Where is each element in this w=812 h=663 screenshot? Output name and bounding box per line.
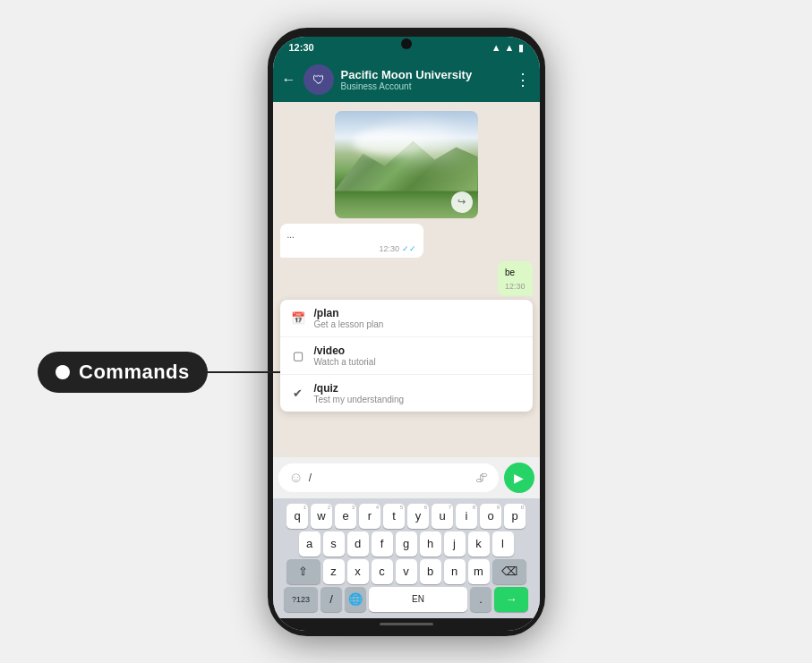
battery-icon: ▮ bbox=[518, 42, 524, 54]
key-s[interactable]: s bbox=[323, 531, 345, 557]
chat-header: ← 🛡 Pacific Moon University Business Acc… bbox=[273, 57, 540, 102]
key-h[interactable]: h bbox=[420, 531, 441, 557]
key-g[interactable]: g bbox=[396, 531, 417, 557]
video-icon: ▢ bbox=[289, 346, 307, 364]
avatar-icon: 🛡 bbox=[312, 72, 325, 87]
annotation-dot bbox=[56, 365, 70, 379]
status-time: 12:30 bbox=[289, 42, 314, 53]
video-text: /video Watch a tutorial bbox=[314, 344, 376, 367]
plan-desc: Get a lesson plan bbox=[314, 319, 384, 329]
key-o[interactable]: 9o bbox=[480, 504, 501, 529]
key-j[interactable]: j bbox=[444, 531, 466, 557]
key-t[interactable]: 5t bbox=[383, 504, 405, 529]
commands-label-text: Commands bbox=[79, 361, 190, 384]
keyboard: 1q 2w 3e 4r 5t 6y 7u 8i 9o 0p a s d f bbox=[273, 498, 540, 618]
status-icons: ▲ ▲ ▮ bbox=[491, 42, 524, 54]
key-m[interactable]: m bbox=[468, 559, 490, 584]
key-b[interactable]: b bbox=[420, 559, 441, 584]
quiz-text: /quiz Test my understanding bbox=[314, 382, 405, 404]
msg-time-received: 12:30 ✓✓ bbox=[287, 243, 416, 255]
back-button[interactable]: ← bbox=[282, 72, 296, 88]
key-w[interactable]: 2w bbox=[311, 504, 332, 529]
enter-key[interactable]: → bbox=[494, 587, 528, 612]
send-button[interactable]: ▶ bbox=[504, 463, 534, 493]
key-p[interactable]: 0p bbox=[504, 504, 526, 529]
command-video[interactable]: ▢ /video Watch a tutorial bbox=[280, 337, 533, 375]
image-message: ↪ bbox=[335, 111, 478, 218]
message-input-field[interactable]: ☺ / 🖇 bbox=[278, 463, 499, 492]
key-n[interactable]: n bbox=[444, 559, 466, 584]
commands-annotation: Commands bbox=[38, 352, 208, 393]
key-c[interactable]: c bbox=[372, 559, 393, 584]
sent-message: be 12:30 bbox=[498, 261, 533, 296]
chat-area: ↪ ... 12:30 ✓✓ be 12:30 📅 bbox=[273, 102, 540, 457]
received-message: ... 12:30 ✓✓ bbox=[280, 224, 423, 259]
key-e[interactable]: 3e bbox=[335, 504, 356, 529]
phone-notch bbox=[401, 38, 412, 49]
plan-text: /plan Get a lesson plan bbox=[314, 307, 384, 329]
home-indicator bbox=[380, 623, 433, 625]
chat-name: Pacific Moon University bbox=[341, 68, 508, 81]
commands-popup: 📅 /plan Get a lesson plan ▢ /video Watch… bbox=[280, 300, 533, 412]
key-y[interactable]: 6y bbox=[407, 504, 429, 529]
annotation-line bbox=[195, 371, 280, 373]
plan-icon: 📅 bbox=[289, 309, 307, 327]
key-q[interactable]: 1q bbox=[286, 504, 308, 529]
sent-text: be bbox=[505, 267, 526, 279]
quiz-name: /quiz bbox=[314, 382, 405, 395]
command-quiz[interactable]: ✔ /quiz Test my understanding bbox=[280, 375, 533, 412]
received-text: ... bbox=[287, 229, 416, 242]
shift-key[interactable]: ⇧ bbox=[286, 559, 321, 584]
key-u[interactable]: 7u bbox=[432, 504, 453, 529]
slash-key[interactable]: / bbox=[321, 587, 342, 612]
send-icon: ▶ bbox=[514, 471, 524, 485]
quiz-icon: ✔ bbox=[289, 384, 307, 402]
globe-key[interactable]: 🌐 bbox=[345, 587, 366, 612]
key-k[interactable]: k bbox=[468, 531, 490, 557]
phone-shell: 12:30 ▲ ▲ ▮ ← 🛡 Pacific Moon University … bbox=[268, 28, 545, 636]
key-f[interactable]: f bbox=[372, 531, 393, 557]
quiz-desc: Test my understanding bbox=[314, 395, 405, 404]
key-a[interactable]: a bbox=[299, 531, 321, 557]
signal-icon: ▲ bbox=[491, 42, 501, 53]
keyboard-row-3: ⇧ z x c v b n m ⌫ bbox=[277, 559, 536, 584]
input-bar: ☺ / 🖇 ▶ bbox=[273, 457, 540, 498]
bottom-bar bbox=[273, 618, 540, 631]
command-plan[interactable]: 📅 /plan Get a lesson plan bbox=[280, 300, 533, 337]
key-d[interactable]: d bbox=[347, 531, 369, 557]
wifi-icon: ▲ bbox=[505, 42, 515, 53]
key-l[interactable]: l bbox=[492, 531, 514, 557]
menu-button[interactable]: ⋮ bbox=[515, 70, 531, 89]
avatar: 🛡 bbox=[303, 64, 334, 95]
key-i[interactable]: 8i bbox=[456, 504, 477, 529]
video-desc: Watch a tutorial bbox=[314, 357, 376, 367]
chat-subtitle: Business Account bbox=[341, 81, 508, 91]
msg-time-sent: 12:30 bbox=[505, 281, 526, 293]
attach-button[interactable]: 🖇 bbox=[475, 471, 488, 485]
backspace-key[interactable]: ⌫ bbox=[492, 559, 526, 584]
key-v[interactable]: v bbox=[396, 559, 417, 584]
header-info: Pacific Moon University Business Account bbox=[341, 68, 508, 91]
video-name: /video bbox=[314, 344, 376, 357]
num-key[interactable]: ?123 bbox=[284, 587, 318, 612]
keyboard-row-4: ?123 / 🌐 EN . → bbox=[277, 587, 536, 612]
phone-screen: 12:30 ▲ ▲ ▮ ← 🛡 Pacific Moon University … bbox=[273, 37, 540, 631]
tick-icon: ✓✓ bbox=[402, 244, 416, 253]
key-r[interactable]: 4r bbox=[359, 504, 380, 529]
plan-name: /plan bbox=[314, 307, 384, 319]
forward-button[interactable]: ↪ bbox=[451, 191, 473, 213]
space-key[interactable]: EN bbox=[369, 587, 467, 612]
period-key[interactable]: . bbox=[470, 587, 491, 612]
input-text[interactable]: / bbox=[309, 472, 470, 484]
key-x[interactable]: x bbox=[347, 559, 369, 584]
key-z[interactable]: z bbox=[323, 559, 345, 584]
scene: Commands 12:30 ▲ ▲ ▮ ← 🛡 bbox=[0, 0, 812, 663]
mountain-image: ↪ bbox=[335, 111, 478, 218]
keyboard-row-2: a s d f g h j k l bbox=[277, 531, 536, 557]
emoji-button[interactable]: ☺ bbox=[289, 470, 303, 486]
keyboard-row-1: 1q 2w 3e 4r 5t 6y 7u 8i 9o 0p bbox=[277, 504, 536, 529]
